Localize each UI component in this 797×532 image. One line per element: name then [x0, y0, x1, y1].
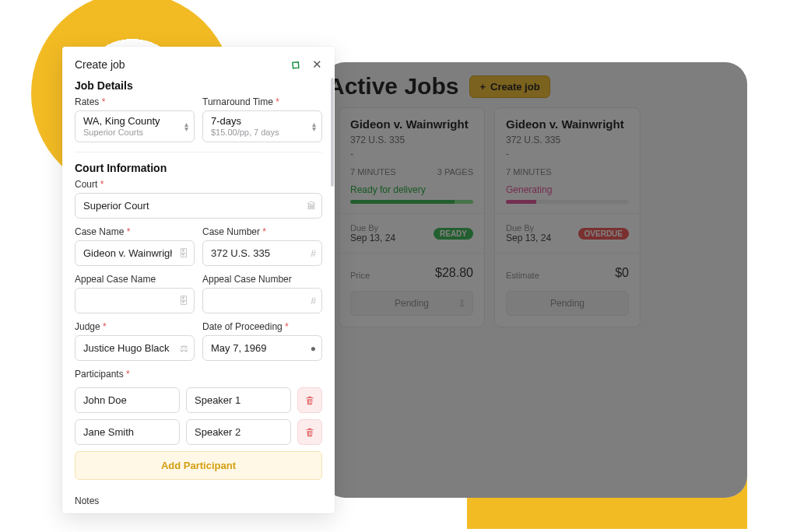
- case-name-input[interactable]: [75, 240, 195, 266]
- delete-participant-button[interactable]: [297, 419, 322, 445]
- trash-icon: [304, 395, 315, 406]
- case-number-input[interactable]: [202, 240, 322, 266]
- modal-backdrop: [323, 62, 747, 498]
- turnaround-label: Turnaround Time: [202, 96, 322, 107]
- rates-label: Rates: [75, 96, 195, 107]
- appeal-number-input[interactable]: [202, 288, 322, 313]
- building-icon: 🏛: [307, 201, 316, 212]
- participant-role-input[interactable]: [186, 387, 291, 413]
- court-label: Court: [75, 179, 322, 190]
- section-court-info: Court Information: [75, 162, 322, 174]
- rates-select[interactable]: WA, King County Superior Courts: [75, 110, 195, 142]
- notes-label: Notes: [75, 495, 322, 506]
- scrollbar[interactable]: [330, 47, 335, 513]
- eraser-icon[interactable]: ◇: [289, 56, 305, 73]
- judge-label: Judge: [75, 321, 195, 332]
- jobs-panel: Active Jobs + Create job Gideon v. Wainw…: [323, 62, 747, 498]
- delete-participant-button[interactable]: [297, 387, 322, 413]
- chevron-updown-icon: ▴▾: [312, 122, 316, 131]
- participant-row: [75, 387, 322, 413]
- case-name-label: Case Name: [75, 226, 195, 237]
- date-label: Date of Proceeding: [202, 321, 322, 332]
- turnaround-select[interactable]: 7-days $15.00/pp, 7 days: [202, 110, 322, 142]
- participant-name-input[interactable]: [75, 419, 180, 445]
- participant-row: [75, 419, 322, 445]
- participant-name-input[interactable]: [75, 387, 180, 413]
- chevron-updown-icon: ▴▾: [184, 122, 188, 131]
- trash-icon: [304, 427, 315, 438]
- briefcase-icon: 🗄: [179, 296, 188, 306]
- add-participant-button[interactable]: Add Participant: [75, 451, 322, 480]
- judge-input[interactable]: [75, 335, 195, 361]
- dialog-title: Create job: [75, 58, 125, 71]
- case-number-label: Case Number: [202, 226, 322, 237]
- participant-role-input[interactable]: [186, 419, 291, 445]
- hash-icon: #: [311, 248, 316, 259]
- appeal-name-input[interactable]: [75, 288, 195, 313]
- date-input[interactable]: [202, 335, 322, 361]
- close-icon[interactable]: ✕: [312, 58, 322, 72]
- appeal-number-label: Appeal Case Number: [202, 274, 322, 285]
- participants-label: Participants: [75, 369, 322, 380]
- court-input[interactable]: [75, 193, 322, 219]
- hash-icon: #: [311, 296, 316, 306]
- circle-icon: ●: [311, 343, 316, 354]
- briefcase-icon: 🗄: [179, 248, 188, 259]
- create-job-dialog: Create job ◇ ✕ Job Details Rates WA, Kin…: [62, 47, 335, 513]
- section-job-details: Job Details: [75, 79, 322, 92]
- appeal-name-label: Appeal Case Name: [75, 274, 195, 285]
- gavel-icon: ⚖: [180, 343, 188, 354]
